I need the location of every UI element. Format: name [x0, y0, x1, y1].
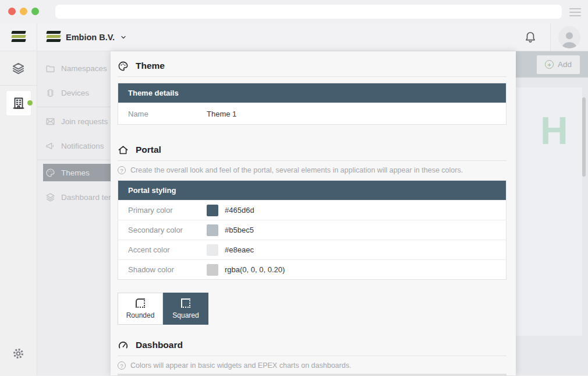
theme-section-title: Theme — [136, 61, 165, 71]
minimize-window-button[interactable] — [20, 8, 27, 15]
section-divider — [118, 356, 506, 356]
browser-menu-icon[interactable] — [569, 8, 581, 19]
color-row-value: #465d6d — [225, 206, 254, 215]
dimmed-background-content: + Add H — [516, 51, 588, 375]
portal-styling-table: Portal styling Primary color #465d6d Sec… — [118, 180, 506, 280]
page-scrollbar[interactable] — [582, 97, 586, 177]
theme-details-table-header: Theme details — [118, 83, 506, 103]
sidebar-item-notifications[interactable]: Notifications — [37, 133, 111, 158]
primary-color-row[interactable]: Primary color #465d6d — [118, 200, 506, 220]
add-theme-button[interactable]: + Add — [537, 55, 580, 74]
embion-logo-icon — [47, 31, 61, 43]
layers-icon — [12, 62, 25, 75]
plus-circle-icon: + — [545, 60, 554, 69]
rounded-style-button[interactable]: Rounded — [118, 293, 163, 325]
portal-help-line: ? Create the overall look and feel of th… — [118, 166, 506, 174]
color-row-label: Primary color — [118, 206, 207, 215]
color-swatch — [207, 244, 218, 256]
browser-chrome — [0, 0, 588, 23]
squared-style-button[interactable]: Squared — [163, 293, 208, 325]
theme-details-table: Theme details Name Theme 1 — [118, 83, 506, 125]
color-swatch — [207, 264, 218, 276]
user-avatar[interactable] — [558, 26, 580, 48]
dashboard-help-line: ? Colors will appear in basic widgets an… — [118, 361, 506, 370]
organization-selector[interactable]: Embion B.V. — [47, 31, 127, 43]
notifications-bell-icon[interactable] — [519, 23, 542, 51]
organization-name: Embion B.V. — [66, 33, 115, 42]
shape-button-label: Squared — [172, 311, 199, 319]
sidebar-item-namespaces[interactable]: Namespaces — [37, 56, 111, 80]
app-body: Namespaces Devices Join requests — [0, 51, 588, 375]
color-swatch — [207, 205, 218, 216]
theme-name-row[interactable]: Name Theme 1 — [118, 103, 506, 124]
dashboard-help-text: Colors will appear in basic widgets and … — [130, 361, 351, 370]
online-status-dot — [27, 100, 33, 106]
color-row-value: rgba(0, 0, 0, 0.20) — [225, 265, 285, 274]
portal-section-header: Portal — [118, 142, 506, 157]
browser-window: Embion B.V. — [0, 0, 588, 376]
color-row-label: Shadow color — [118, 265, 207, 274]
sidebar-item-devices[interactable]: Devices — [37, 80, 111, 105]
sidebar-item-themes[interactable]: Themes — [43, 164, 111, 181]
sidebar-item-label: Notifications — [61, 142, 104, 150]
portal-help-text: Create the overall look and feel of the … — [130, 166, 463, 174]
theme-detail-panel: Theme Theme details Name Theme 1 Portal — [111, 51, 516, 375]
envelope-icon — [45, 117, 55, 126]
color-row-label: Secondary color — [118, 226, 207, 234]
section-divider — [118, 160, 506, 161]
content-region: Namespaces Devices Join requests — [37, 51, 588, 375]
squared-corner-icon — [181, 298, 190, 308]
dashboard-section-header: Dashboard — [118, 338, 506, 353]
settings-gear-icon[interactable] — [12, 347, 25, 360]
megaphone-icon — [45, 141, 55, 151]
sidebar-item-dashboard-templates[interactable]: Dashboard templates — [37, 185, 111, 209]
help-circle-icon: ? — [118, 361, 126, 370]
account-section — [550, 23, 588, 51]
next-table-sliver — [118, 374, 506, 375]
home-icon — [118, 145, 129, 156]
org-menu-sidebar: Namespaces Devices Join requests — [37, 51, 111, 375]
section-divider — [118, 76, 506, 77]
theme-section-header: Theme — [118, 58, 506, 73]
add-button-label: Add — [558, 60, 572, 69]
color-swatch — [207, 224, 218, 236]
palette-icon — [45, 168, 55, 178]
zoom-window-button[interactable] — [31, 8, 39, 15]
rounded-corner-icon — [136, 298, 145, 308]
stack-icon — [45, 192, 55, 202]
sidebar-item-label: Join requests — [61, 117, 108, 126]
sidebar-divider — [37, 160, 111, 160]
color-row-value: #e8eaec — [225, 245, 254, 254]
sidebar-item-label: Devices — [61, 89, 89, 97]
folder-icon — [45, 64, 55, 73]
window-controls — [8, 8, 39, 15]
name-label: Name — [118, 110, 207, 118]
help-circle-icon: ? — [118, 166, 126, 174]
secondary-color-row[interactable]: Secondary color #b5bec5 — [118, 220, 506, 240]
sidebar-item-label: Namespaces — [61, 64, 107, 73]
sidebar-item-label: Dashboard templates — [61, 193, 111, 202]
namespaces-rail-item[interactable] — [0, 51, 37, 86]
sidebar-divider — [37, 107, 111, 107]
shadow-color-row[interactable]: Shadow color rgba(0, 0, 0, 0.20) — [118, 259, 506, 279]
color-row-label: Accent color — [118, 245, 207, 254]
address-bar[interactable] — [55, 5, 562, 19]
gauge-icon — [118, 340, 129, 351]
shape-button-label: Rounded — [126, 311, 155, 319]
icon-rail — [0, 51, 37, 375]
organization-rail-item[interactable] — [6, 91, 31, 115]
sidebar-item-join-requests[interactable]: Join requests — [37, 109, 111, 133]
building-icon — [12, 96, 26, 110]
app-logo-cell[interactable] — [0, 23, 37, 51]
color-row-value: #b5bec5 — [225, 226, 254, 234]
portal-styling-table-header: Portal styling — [118, 181, 506, 200]
theme-name-value: Theme 1 — [207, 110, 236, 118]
theme-card-watermark: H — [540, 108, 567, 153]
close-window-button[interactable] — [8, 8, 16, 15]
dashboard-section-title: Dashboard — [136, 340, 183, 350]
app-header: Embion B.V. — [0, 23, 588, 51]
corner-style-toggle: Rounded Squared — [118, 293, 506, 325]
chevron-down-icon — [120, 34, 127, 41]
sidebar-item-label: Themes — [61, 168, 90, 177]
accent-color-row[interactable]: Accent color #e8eaec — [118, 240, 506, 259]
